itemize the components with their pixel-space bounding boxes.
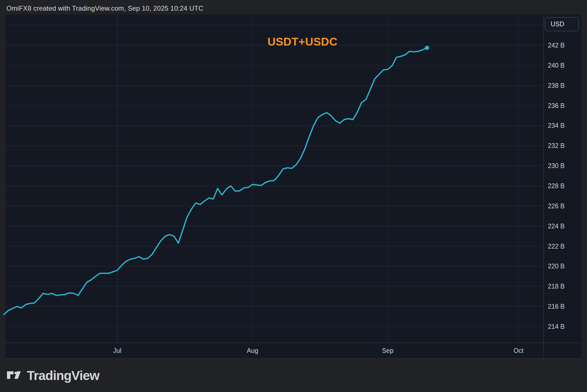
price-tick-label: 224 B	[548, 223, 565, 230]
price-tick-label: 240 B	[548, 62, 565, 69]
price-tick-label: 216 B	[548, 303, 565, 310]
price-tick-label: 232 B	[548, 142, 565, 149]
price-tick-label: 220 B	[548, 263, 565, 270]
price-tick-label: 234 B	[548, 122, 565, 129]
price-tick-label: 218 B	[548, 283, 565, 290]
tradingview-logo-icon	[7, 371, 21, 379]
price-tick-label: 242 B	[548, 42, 565, 49]
panel-bottom-border	[6, 358, 582, 359]
price-axis-separator	[543, 15, 544, 358]
price-tick-label: 230 B	[548, 162, 565, 169]
time-axis-separator	[6, 343, 582, 343]
price-tick-label: 226 B	[548, 202, 565, 210]
price-tick-label: 236 B	[548, 102, 565, 109]
time-tick-label: Sep	[382, 347, 393, 355]
currency-usd-button[interactable]: USD	[545, 17, 579, 31]
time-tick-label: Aug	[247, 347, 258, 355]
series-label: USDT+USDC	[267, 36, 337, 48]
snapshot-attribution-title: OmiFX8 created with TradingView.com, Sep…	[6, 4, 203, 12]
time-tick-label: Oct	[513, 347, 523, 355]
chart-panel-background	[6, 15, 582, 358]
price-tick-label: 214 B	[548, 323, 565, 330]
price-tick-label: 238 B	[548, 82, 565, 89]
time-tick-label: Jul	[113, 347, 121, 355]
tradingview-wordmark: TradingView	[27, 368, 99, 383]
price-tick-label: 222 B	[548, 243, 565, 250]
price-tick-label: 228 B	[548, 182, 565, 190]
tradingview-snapshot: OmiFX8 created with TradingView.com, Sep…	[0, 0, 587, 392]
